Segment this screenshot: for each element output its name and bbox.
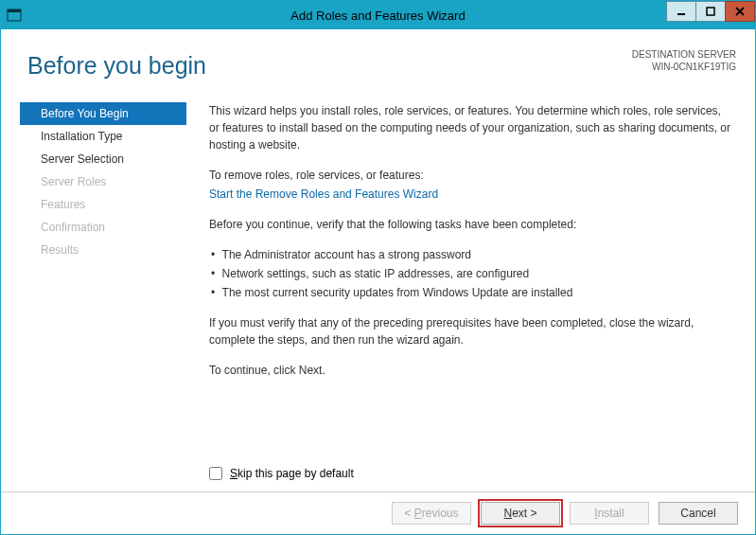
nav-server-selection[interactable]: Server Selection [20, 148, 186, 170]
prereq-list: The Administrator account has a strong p… [209, 246, 730, 301]
nav-results: Results [20, 239, 186, 261]
verify-note: If you must verify that any of the prece… [209, 314, 730, 348]
skip-row: Skip this page by default [209, 467, 736, 480]
window-controls [667, 1, 755, 22]
nav-sidebar: Before You Begin Installation Type Serve… [20, 102, 186, 459]
next-button[interactable]: Next > [481, 502, 560, 525]
skip-checkbox[interactable] [209, 467, 222, 480]
titlebar: Add Roles and Features Wizard [1, 1, 755, 29]
skip-label[interactable]: Skip this page by default [230, 467, 354, 480]
previous-button: < Previous [392, 502, 471, 525]
minimize-button[interactable] [666, 1, 696, 22]
content-area: Before you begin DESTINATION SERVER WIN-… [1, 29, 755, 491]
nav-confirmation: Confirmation [20, 216, 186, 239]
destination-box: DESTINATION SERVER WIN-0CN1KF19TIG [632, 48, 736, 73]
maximize-button[interactable] [695, 1, 726, 22]
nav-server-roles: Server Roles [20, 170, 186, 193]
install-button: Install [570, 502, 649, 525]
main-panel: This wizard helps you install roles, rol… [186, 102, 736, 459]
svg-rect-3 [707, 8, 714, 15]
wizard-window: Add Roles and Features Wizard Before you… [0, 0, 756, 535]
page-title: Before you begin [27, 52, 206, 80]
header-row: Before you begin DESTINATION SERVER WIN-… [20, 45, 736, 80]
destination-label: DESTINATION SERVER [632, 48, 736, 61]
body-row: Before You Begin Installation Type Serve… [20, 102, 736, 459]
nav-features: Features [20, 193, 186, 216]
nav-before-you-begin[interactable]: Before You Begin [20, 102, 186, 125]
prereq-item: The Administrator account has a strong p… [209, 246, 730, 263]
close-button[interactable] [725, 1, 755, 22]
remove-label: To remove roles, role services, or featu… [209, 167, 730, 184]
intro-text: This wizard helps you install roles, rol… [209, 102, 730, 153]
prereq-item: Network settings, such as static IP addr… [209, 265, 730, 282]
remove-wizard-link[interactable]: Start the Remove Roles and Features Wiza… [209, 187, 438, 201]
window-title: Add Roles and Features Wizard [1, 9, 755, 23]
prereq-item: The most current security updates from W… [209, 284, 730, 301]
svg-rect-1 [8, 9, 21, 12]
nav-installation-type[interactable]: Installation Type [20, 125, 186, 148]
footer: < Previous Next > Install Cancel [1, 491, 755, 534]
verify-intro: Before you continue, verify that the fol… [209, 216, 730, 233]
continue-note: To continue, click Next. [209, 362, 730, 379]
app-icon [1, 1, 27, 29]
cancel-button[interactable]: Cancel [659, 502, 738, 525]
destination-name: WIN-0CN1KF19TIG [632, 61, 736, 73]
